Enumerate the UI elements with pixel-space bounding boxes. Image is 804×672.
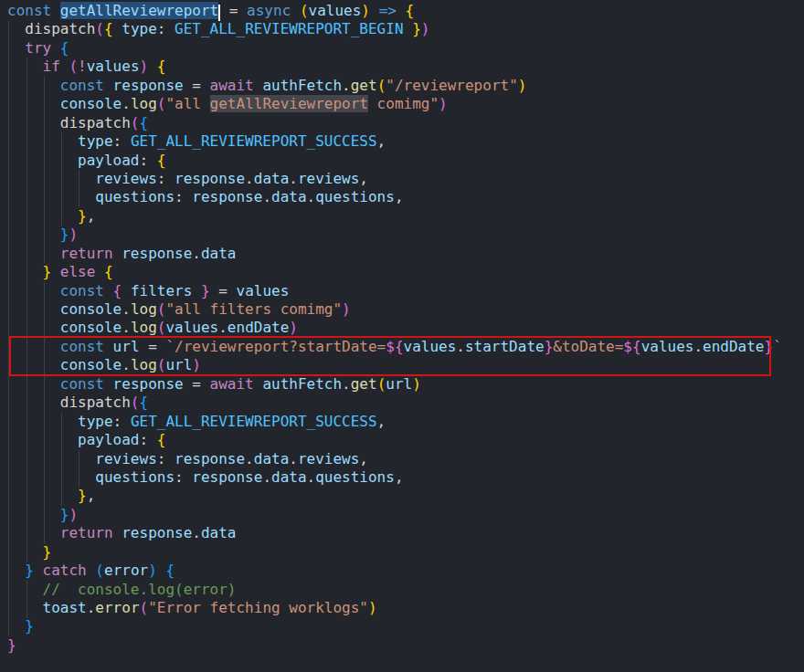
code-token: type — [78, 413, 113, 430]
code-line-16[interactable]: const { filters } = values — [7, 282, 804, 300]
code-token — [122, 132, 131, 150]
code-token: payload — [78, 152, 139, 169]
code-token: ) — [361, 2, 370, 19]
code-token: await — [210, 77, 254, 94]
code-line-28[interactable]: }) — [7, 506, 804, 524]
code-token: if — [43, 58, 60, 75]
code-line-7[interactable]: dispatch({ — [7, 114, 804, 132]
code-token: { — [157, 152, 166, 169]
code-token: . — [192, 524, 201, 541]
code-token: { — [140, 114, 149, 131]
code-line-14[interactable]: return response.data — [7, 245, 804, 263]
code-line-21[interactable]: const response = await authFetch.get(url… — [7, 375, 804, 394]
code-token — [113, 524, 122, 541]
code-line-3[interactable]: try { — [7, 39, 804, 58]
selected-word: getAllReviewreport — [60, 2, 218, 19]
code-token — [7, 617, 25, 635]
code-token: questions — [315, 468, 395, 486]
code-token: data — [271, 188, 307, 205]
code-token — [7, 39, 25, 57]
code-line-29[interactable]: return response.data — [7, 524, 804, 542]
code-line-11[interactable]: questions: response.data.questions, — [7, 188, 804, 206]
code-token — [7, 487, 78, 504]
code-token: "all filters comimg" — [165, 300, 342, 318]
code-token: { — [406, 2, 415, 19]
code-line-10[interactable]: reviews: response.data.reviews, — [7, 170, 804, 188]
code-token: log — [131, 319, 157, 336]
code-line-30[interactable]: } — [7, 543, 804, 562]
code-token: . — [245, 170, 254, 187]
code-line-5[interactable]: const response = await authFetch.get("/r… — [7, 77, 804, 95]
code-line-25[interactable]: reviews: response.data.reviews, — [7, 450, 804, 468]
code-token: } — [43, 263, 52, 280]
code-line-31[interactable]: } catch (error) { — [7, 562, 804, 580]
code-line-32[interactable]: // console.log(error) — [7, 581, 804, 599]
code-token: response — [113, 375, 184, 393]
code-token: : — [157, 450, 166, 467]
code-token: . — [307, 468, 316, 486]
code-line-24[interactable]: payload: { — [7, 431, 804, 449]
code-token: } — [201, 282, 210, 299]
code-token: error — [95, 599, 139, 616]
code-line-6[interactable]: console.log("all getAllReviewreport comi… — [7, 95, 804, 113]
code-token: : — [157, 20, 166, 37]
code-line-34[interactable]: } — [7, 617, 804, 635]
code-token: data — [201, 245, 237, 262]
code-token: . — [122, 300, 131, 318]
code-token: response — [192, 188, 262, 205]
code-token — [165, 170, 175, 187]
code-line-26[interactable]: questions: response.data.questions, — [7, 468, 804, 487]
code-line-27[interactable]: }, — [7, 487, 804, 505]
code-token: response — [122, 524, 192, 541]
code-line-15[interactable]: } else { — [7, 263, 804, 281]
code-line-2[interactable]: dispatch({ type: GET_ALL_REVIEWREPORT_BE… — [7, 20, 804, 38]
code-line-4[interactable]: if (!values) { — [7, 58, 804, 76]
code-token — [148, 58, 157, 75]
code-token: . — [192, 245, 201, 262]
code-line-1[interactable]: const getAllReviewreport = async (values… — [7, 2, 804, 20]
code-line-22[interactable]: dispatch({ — [7, 394, 804, 412]
code-token: } — [25, 617, 34, 635]
code-token: ( — [95, 20, 104, 37]
code-token — [7, 132, 78, 150]
code-token: } — [412, 20, 421, 37]
code-line-12[interactable]: }, — [7, 207, 804, 226]
code-token — [122, 282, 131, 299]
code-token — [404, 20, 413, 37]
code-token: , — [377, 132, 386, 150]
code-token — [7, 581, 43, 598]
code-token: : — [140, 152, 149, 169]
code-token: } — [60, 226, 69, 243]
code-token — [60, 58, 69, 75]
code-token: = — [184, 77, 210, 94]
code-token: ) — [289, 319, 298, 336]
code-token: payload — [78, 431, 139, 448]
code-token: { — [104, 20, 113, 37]
code-token — [7, 599, 43, 616]
code-line-13[interactable]: }) — [7, 226, 804, 244]
code-line-23[interactable]: type: GET_ALL_REVIEWREPORT_SUCCESS, — [7, 413, 804, 431]
code-token: response — [192, 468, 262, 486]
code-token: console — [60, 319, 122, 336]
code-token: get — [351, 77, 377, 94]
code-token: } — [78, 487, 87, 504]
code-line-9[interactable]: payload: { — [7, 152, 804, 170]
code-token: "all — [165, 95, 209, 112]
code-line-33[interactable]: toast.error("Error fetching worklogs") — [7, 599, 804, 617]
code-token: { — [113, 282, 122, 299]
code-line-8[interactable]: type: GET_ALL_REVIEWREPORT_SUCCESS, — [7, 132, 804, 151]
code-token: console — [60, 300, 122, 318]
code-token: } — [25, 562, 34, 579]
code-token — [254, 77, 263, 94]
code-token: type — [78, 132, 113, 150]
code-token: const — [7, 2, 60, 19]
code-token: values — [309, 2, 362, 19]
code-token: { — [165, 562, 175, 579]
code-token — [7, 77, 60, 94]
code-token: data — [271, 468, 307, 486]
code-line-35[interactable]: } — [7, 636, 804, 655]
code-line-17[interactable]: console.log("all filters comimg") — [7, 300, 804, 319]
code-line-18[interactable]: console.log(values.endDate) — [7, 319, 804, 337]
code-token: ( — [157, 95, 166, 112]
code-token: toast — [43, 599, 87, 616]
